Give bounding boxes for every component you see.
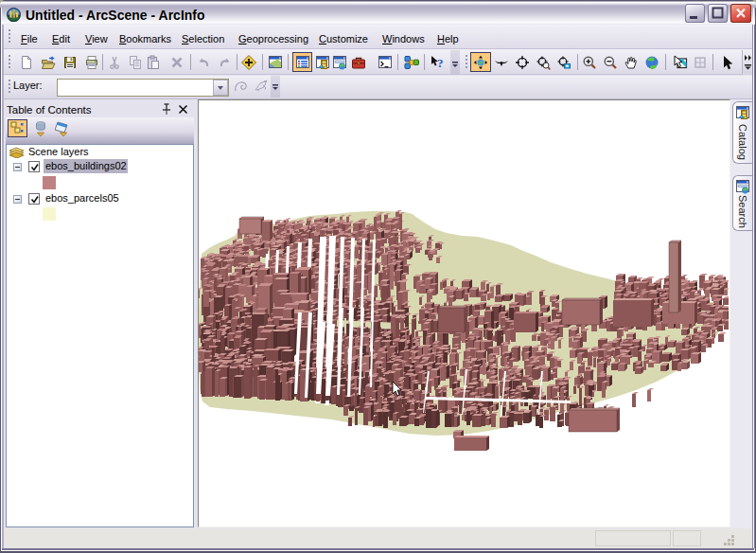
svg-text:?: ? — [437, 56, 444, 70]
